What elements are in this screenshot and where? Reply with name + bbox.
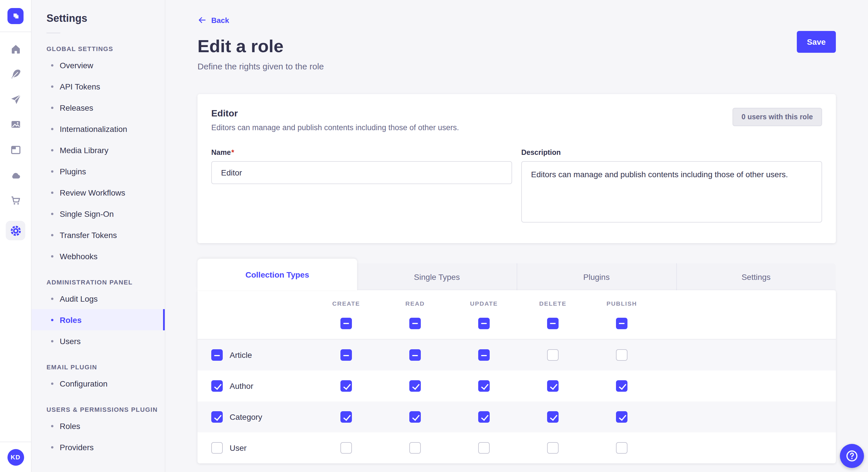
sidebar-item-providers[interactable]: Providers bbox=[32, 436, 165, 458]
sidebar-item-single-sign-on[interactable]: Single Sign-On bbox=[32, 203, 165, 224]
sidebar-item-webhooks[interactable]: Webhooks bbox=[32, 245, 165, 267]
sidebar-item-up-roles[interactable]: Roles bbox=[32, 415, 165, 436]
article-read-checkbox[interactable] bbox=[409, 349, 421, 361]
help-button[interactable] bbox=[840, 444, 864, 468]
user-create-checkbox[interactable] bbox=[340, 442, 352, 453]
permission-row-article: Article bbox=[197, 339, 836, 370]
tab-collection-types[interactable]: Collection Types bbox=[197, 259, 357, 290]
required-asterisk: * bbox=[231, 148, 234, 157]
marketplace-cart-icon[interactable] bbox=[3, 188, 28, 213]
bullet-icon bbox=[51, 170, 53, 172]
row-label: Author bbox=[229, 381, 253, 391]
category-delete-checkbox[interactable] bbox=[547, 411, 559, 423]
sidebar-item-audit-logs[interactable]: Audit Logs bbox=[32, 288, 165, 309]
select-all-update-checkbox[interactable] bbox=[478, 317, 490, 329]
content-manager-feather-icon[interactable] bbox=[3, 61, 28, 87]
author-publish-checkbox[interactable] bbox=[616, 380, 627, 392]
permission-row-category: Category bbox=[197, 401, 836, 432]
back-link[interactable]: Back bbox=[197, 15, 229, 25]
media-library-images-icon[interactable] bbox=[3, 112, 28, 137]
select-all-create-checkbox[interactable] bbox=[340, 317, 352, 329]
column-header-read: READ bbox=[405, 300, 425, 307]
bullet-icon bbox=[51, 234, 53, 236]
article-update-checkbox[interactable] bbox=[478, 349, 490, 361]
tab-plugins[interactable]: Plugins bbox=[517, 263, 676, 290]
select-all-delete-checkbox[interactable] bbox=[547, 317, 559, 329]
sidebar-item-configuration[interactable]: Configuration bbox=[32, 373, 165, 394]
sidebar-item-media-library[interactable]: Media Library bbox=[32, 139, 165, 161]
category-update-checkbox[interactable] bbox=[478, 411, 490, 423]
settings-gear-active-bg bbox=[6, 221, 25, 240]
category-read-checkbox[interactable] bbox=[409, 411, 421, 423]
sidebar-item-releases[interactable]: Releases bbox=[32, 97, 165, 118]
bullet-icon bbox=[51, 106, 53, 109]
user-publish-checkbox[interactable] bbox=[616, 442, 627, 453]
page-subtitle: Define the rights given to the role bbox=[197, 60, 836, 73]
deploy-send-icon[interactable] bbox=[3, 87, 28, 112]
select-all-publish-checkbox[interactable] bbox=[616, 317, 627, 329]
bullet-icon bbox=[51, 191, 53, 194]
rail-logo-section bbox=[0, 0, 31, 32]
permissions-tabs: Collection Types Single Types Plugins Se… bbox=[197, 259, 836, 290]
column-header-delete: DELETE bbox=[539, 300, 567, 307]
user-read-checkbox[interactable] bbox=[409, 442, 421, 453]
app-root: KD Settings GLOBAL SETTINGS Overview API… bbox=[0, 0, 868, 472]
sidebar-item-users[interactable]: Users bbox=[32, 330, 165, 351]
column-header-create: CREATE bbox=[332, 300, 360, 307]
bullet-icon bbox=[51, 318, 53, 321]
category-row-checkbox[interactable] bbox=[211, 411, 223, 423]
bullet-icon bbox=[51, 128, 53, 130]
article-row-checkbox[interactable] bbox=[211, 349, 223, 361]
section-heading-users-permissions-plugin: USERS & PERMISSIONS PLUGIN bbox=[32, 405, 165, 414]
sidebar-item-plugins[interactable]: Plugins bbox=[32, 161, 165, 182]
row-label: Article bbox=[229, 350, 252, 360]
bullet-icon bbox=[51, 212, 53, 215]
users-count-badge[interactable]: 0 users with this role bbox=[732, 108, 822, 126]
global-settings-list: Overview API Tokens Releases Internation… bbox=[32, 55, 165, 267]
administration-panel-list: Audit Logs Roles Users bbox=[32, 288, 165, 351]
sidebar-item-api-tokens[interactable]: API Tokens bbox=[32, 76, 165, 97]
sidebar-item-overview[interactable]: Overview bbox=[32, 55, 165, 76]
row-label: Category bbox=[229, 412, 262, 422]
article-create-checkbox[interactable] bbox=[340, 349, 352, 361]
article-delete-checkbox[interactable] bbox=[547, 349, 559, 361]
category-publish-checkbox[interactable] bbox=[616, 411, 627, 423]
author-update-checkbox[interactable] bbox=[478, 380, 490, 392]
sidebar-item-review-workflows[interactable]: Review Workflows bbox=[32, 182, 165, 203]
page-title: Edit a role bbox=[197, 36, 836, 57]
users-permissions-plugin-list: Roles Providers bbox=[32, 415, 165, 458]
author-read-checkbox[interactable] bbox=[409, 380, 421, 392]
category-create-checkbox[interactable] bbox=[340, 411, 352, 423]
user-avatar[interactable]: KD bbox=[7, 449, 24, 465]
bullet-icon bbox=[51, 425, 53, 427]
email-plugin-list: Configuration bbox=[32, 373, 165, 394]
sidebar-item-roles[interactable]: Roles bbox=[32, 309, 165, 330]
home-icon[interactable] bbox=[3, 36, 28, 61]
sidebar-item-internationalization[interactable]: Internationalization bbox=[32, 118, 165, 139]
bullet-icon bbox=[51, 149, 53, 151]
article-publish-checkbox[interactable] bbox=[616, 349, 627, 361]
row-label: User bbox=[229, 443, 247, 452]
bullet-icon bbox=[51, 85, 53, 88]
role-description-text: Editors can manage and publish contents … bbox=[211, 123, 459, 133]
sidebar-item-transfer-tokens[interactable]: Transfer Tokens bbox=[32, 224, 165, 245]
column-header-publish: PUBLISH bbox=[607, 300, 637, 307]
strapi-logo[interactable] bbox=[7, 8, 24, 24]
content-type-builder-layout-icon[interactable] bbox=[3, 137, 28, 162]
save-button[interactable]: Save bbox=[797, 31, 836, 53]
user-row-checkbox[interactable] bbox=[211, 442, 223, 453]
select-all-read-checkbox[interactable] bbox=[409, 317, 421, 329]
user-delete-checkbox[interactable] bbox=[547, 442, 559, 453]
bullet-icon bbox=[51, 64, 53, 66]
section-heading-administration-panel: ADMINISTRATION PANEL bbox=[32, 278, 165, 287]
author-row-checkbox[interactable] bbox=[211, 380, 223, 392]
author-create-checkbox[interactable] bbox=[340, 380, 352, 392]
settings-gear-icon[interactable] bbox=[3, 218, 28, 243]
tab-single-types[interactable]: Single Types bbox=[357, 263, 517, 290]
cloud-icon[interactable] bbox=[3, 162, 28, 188]
author-delete-checkbox[interactable] bbox=[547, 380, 559, 392]
name-input[interactable] bbox=[211, 161, 512, 184]
tab-settings[interactable]: Settings bbox=[676, 263, 836, 290]
description-textarea[interactable]: Editors can manage and publish contents … bbox=[521, 161, 822, 223]
user-update-checkbox[interactable] bbox=[478, 442, 490, 453]
